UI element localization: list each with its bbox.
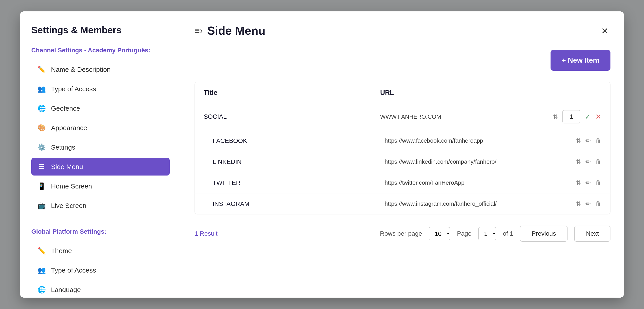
modal-title: Side Menu — [207, 24, 266, 37]
pagination-controls: Rows per page 10 20 50 Page 1 of 1 Previ… — [380, 226, 610, 242]
row-url: https://www.facebook.com/fanheroapp — [384, 137, 556, 144]
column-title: Title — [204, 89, 380, 96]
row-actions: ⇅ ✓ ✕ — [556, 110, 601, 124]
cancel-icon[interactable]: ✕ — [595, 112, 601, 121]
sidebar-item-label: Side Menu — [51, 163, 83, 170]
row-title: SOCIAL — [204, 113, 380, 120]
modal-header: ≡› Side Menu × — [194, 22, 610, 39]
delete-icon[interactable]: 🗑 — [595, 179, 601, 186]
settings-title: Settings & Members — [31, 25, 170, 36]
sidebar-item-label: Name & Description — [51, 66, 111, 73]
modal-main-content: ≡› Side Menu × + New Item Title URL SOCI… — [181, 12, 624, 298]
side-menu-icon: ≡› — [194, 26, 203, 36]
sidebar-item-home-screen[interactable]: 📱 Home Screen — [31, 177, 170, 195]
close-button[interactable]: × — [599, 22, 610, 39]
delete-icon[interactable]: 🗑 — [595, 158, 601, 166]
sidebar-item-theme[interactable]: ✏️ Theme — [31, 242, 170, 260]
sidebar-item-label: Appearance — [51, 124, 87, 132]
row-title: FACEBOOK — [213, 137, 384, 144]
sort-icon[interactable]: ⇅ — [576, 158, 581, 165]
toolbar: + New Item — [194, 50, 610, 82]
menu-icon: ☰ — [38, 163, 46, 170]
sidebar-item-appearance[interactable]: 🎨 Appearance — [31, 119, 170, 136]
rows-per-page-label: Rows per page — [380, 230, 422, 237]
side-menu-table: Title URL SOCIAL WWW.FANHERO.COM ⇅ ✓ ✕ — [194, 82, 610, 214]
row-actions: ⇅ ✏ 🗑 — [556, 179, 601, 186]
sidebar-item-name-description[interactable]: ✏️ Name & Description — [31, 60, 170, 78]
row-title: TWITTER — [213, 179, 384, 186]
sort-icon[interactable]: ⇅ — [553, 113, 558, 120]
order-input[interactable] — [562, 110, 580, 124]
table-header-row: Title URL — [195, 82, 610, 103]
sidebar-item-label: Type of Access — [51, 85, 96, 93]
new-item-button[interactable]: + New Item — [550, 50, 610, 71]
modal-sidebar: Settings & Members Channel Settings - Ac… — [20, 12, 181, 298]
sidebar-item-label: Geofence — [51, 105, 80, 112]
global-users-icon: 👥 — [38, 266, 46, 274]
edit-icon[interactable]: ✏ — [586, 200, 590, 208]
result-count: 1 Result — [194, 230, 218, 237]
table-row: INSTAGRAM https://www.instagram.com/fanh… — [195, 194, 610, 214]
row-actions: ⇅ ✏ 🗑 — [556, 200, 601, 208]
modal-title-area: ≡› Side Menu — [194, 24, 266, 37]
row-url: https://www.instagram.com/fanhero_offici… — [384, 200, 556, 207]
page-select[interactable]: 1 — [478, 227, 496, 240]
sort-icon[interactable]: ⇅ — [576, 137, 581, 144]
theme-pencil-icon: ✏️ — [38, 247, 46, 255]
language-globe-icon: 🌐 — [38, 286, 46, 294]
rows-per-page-select[interactable]: 10 20 50 — [429, 227, 450, 240]
delete-icon[interactable]: 🗑 — [595, 137, 601, 144]
of-label: of 1 — [503, 230, 514, 237]
previous-button[interactable]: Previous — [520, 226, 568, 242]
row-url: https://twitter.com/FanHeroApp — [384, 179, 556, 186]
pencil-icon: ✏️ — [38, 66, 46, 73]
table-row: TWITTER https://twitter.com/FanHeroApp ⇅… — [195, 172, 610, 194]
confirm-icon[interactable]: ✓ — [585, 112, 591, 121]
globe-icon: 🌐 — [38, 104, 46, 112]
sidebar-item-settings[interactable]: ⚙️ Settings — [31, 138, 170, 156]
sidebar-item-label: Home Screen — [51, 182, 92, 190]
row-actions: ⇅ ✏ 🗑 — [556, 158, 601, 166]
column-actions — [556, 89, 601, 96]
sidebar-item-global-type-of-access[interactable]: 👥 Type of Access — [31, 262, 170, 279]
sidebar-item-label: Live Screen — [51, 202, 86, 210]
table-row: SOCIAL WWW.FANHERO.COM ⇅ ✓ ✕ — [195, 103, 610, 130]
row-title: LINKEDIN — [213, 158, 384, 166]
row-url: WWW.FANHERO.COM — [380, 113, 556, 120]
sidebar-item-label: Theme — [51, 247, 72, 255]
delete-icon[interactable]: 🗑 — [595, 200, 601, 208]
table-row: LINKEDIN https://www.linkedin.com/compan… — [195, 151, 610, 172]
modal-container: Settings & Members Channel Settings - Ac… — [20, 12, 624, 298]
modal-overlay: Settings & Members Channel Settings - Ac… — [0, 0, 644, 309]
phone-icon: 📱 — [38, 182, 46, 190]
pagination-area: 1 Result Rows per page 10 20 50 Page 1 o… — [194, 226, 610, 242]
sort-icon[interactable]: ⇅ — [576, 200, 581, 207]
column-url: URL — [380, 89, 556, 96]
row-actions: ⇅ ✏ 🗑 — [556, 137, 601, 144]
sidebar-item-label: Settings — [51, 144, 75, 151]
row-title: INSTAGRAM — [213, 200, 384, 208]
sidebar-item-geofence[interactable]: 🌐 Geofence — [31, 100, 170, 117]
edit-icon[interactable]: ✏ — [586, 137, 590, 144]
sort-icon[interactable]: ⇅ — [576, 179, 581, 186]
sidebar-item-side-menu[interactable]: ☰ Side Menu — [31, 158, 170, 176]
channel-section-label: Channel Settings - Academy Português: — [31, 47, 170, 54]
palette-icon: 🎨 — [38, 124, 46, 132]
sidebar-item-live-screen[interactable]: 📺 Live Screen — [31, 197, 170, 214]
row-url: https://www.linkedin.com/company/fanhero… — [384, 158, 556, 165]
sidebar-item-language[interactable]: 🌐 Language — [31, 281, 170, 298]
tv-icon: 📺 — [38, 202, 46, 210]
gear-icon: ⚙️ — [38, 143, 46, 151]
edit-icon[interactable]: ✏ — [586, 158, 590, 166]
table-row: FACEBOOK https://www.facebook.com/fanher… — [195, 130, 610, 151]
sidebar-item-label: Language — [51, 286, 81, 294]
sidebar-item-type-of-access[interactable]: 👥 Type of Access — [31, 80, 170, 98]
page-label: Page — [457, 230, 471, 237]
users-icon: 👥 — [38, 85, 46, 93]
global-section-label: Global Platform Settings: — [31, 228, 170, 235]
sidebar-item-label: Type of Access — [51, 266, 96, 274]
edit-icon[interactable]: ✏ — [586, 179, 590, 186]
next-button[interactable]: Next — [574, 226, 610, 242]
